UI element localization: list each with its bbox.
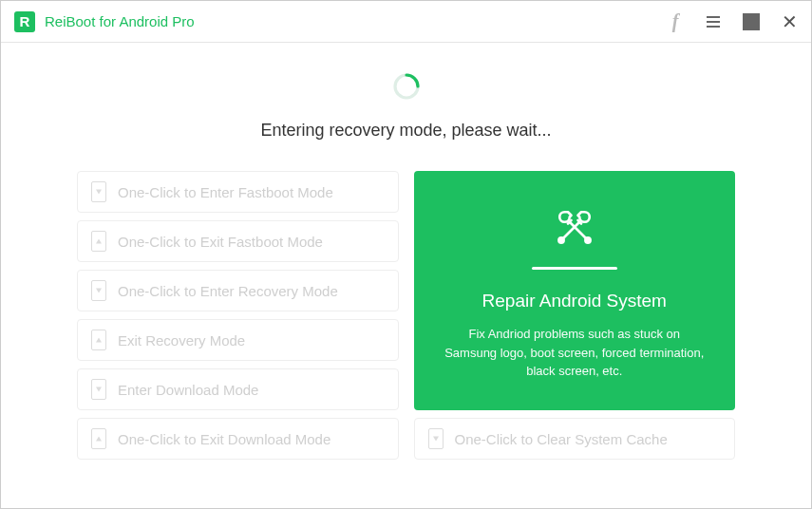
app-window: R ReiBoot for Android Pro f ✕ Entering r… bbox=[0, 0, 812, 509]
phone-clear-icon bbox=[428, 428, 444, 449]
window-controls: f ✕ bbox=[667, 13, 798, 30]
button-label: Enter Download Mode bbox=[118, 382, 258, 398]
button-label: One-Click to Exit Download Mode bbox=[118, 431, 330, 447]
repair-description: Fix Andriod problems such as stuck on Sa… bbox=[444, 325, 706, 381]
svg-point-2 bbox=[585, 238, 590, 243]
title-left: R ReiBoot for Android Pro bbox=[14, 11, 195, 32]
spinner-icon bbox=[391, 71, 422, 102]
button-label: One-Click to Enter Recovery Mode bbox=[118, 283, 338, 299]
titlebar: R ReiBoot for Android Pro f ✕ bbox=[1, 1, 811, 43]
repair-title: Repair Android System bbox=[482, 291, 667, 311]
main-grid: One-Click to Enter Fastboot Mode One-Cli… bbox=[77, 171, 735, 460]
button-label: Exit Recovery Mode bbox=[118, 332, 245, 349]
button-label: One-Click to Clear System Cache bbox=[455, 431, 668, 447]
enter-download-button[interactable]: Enter Download Mode bbox=[77, 368, 399, 410]
tools-icon bbox=[548, 200, 601, 254]
minimize-button[interactable] bbox=[743, 13, 760, 30]
menu-icon[interactable] bbox=[705, 13, 722, 30]
phone-up-icon bbox=[91, 428, 106, 449]
right-column: Repair Android System Fix Andriod proble… bbox=[414, 171, 736, 460]
content-area: Entering recovery mode, please wait... O… bbox=[1, 43, 811, 508]
svg-point-1 bbox=[558, 238, 563, 243]
button-label: One-Click to Enter Fastboot Mode bbox=[118, 184, 333, 200]
app-title: ReiBoot for Android Pro bbox=[45, 13, 195, 29]
status-section: Entering recovery mode, please wait... bbox=[77, 71, 735, 141]
phone-up-icon bbox=[91, 231, 106, 252]
exit-recovery-button[interactable]: Exit Recovery Mode bbox=[77, 319, 399, 361]
status-message: Entering recovery mode, please wait... bbox=[260, 121, 551, 141]
close-button[interactable]: ✕ bbox=[781, 13, 798, 30]
divider bbox=[532, 267, 617, 270]
phone-down-icon bbox=[91, 181, 106, 202]
button-label: One-Click to Exit Fastboot Mode bbox=[118, 234, 323, 250]
left-column: One-Click to Enter Fastboot Mode One-Cli… bbox=[77, 171, 399, 460]
repair-system-card[interactable]: Repair Android System Fix Andriod proble… bbox=[414, 171, 736, 410]
enter-fastboot-button[interactable]: One-Click to Enter Fastboot Mode bbox=[77, 171, 399, 213]
exit-download-button[interactable]: One-Click to Exit Download Mode bbox=[77, 418, 399, 460]
phone-down-icon bbox=[91, 379, 106, 400]
app-logo-icon: R bbox=[14, 11, 35, 32]
clear-cache-button[interactable]: One-Click to Clear System Cache bbox=[414, 418, 736, 460]
phone-down-icon bbox=[91, 280, 106, 301]
phone-up-icon bbox=[91, 330, 106, 350]
facebook-icon[interactable]: f bbox=[667, 13, 684, 30]
enter-recovery-button[interactable]: One-Click to Enter Recovery Mode bbox=[77, 270, 399, 311]
exit-fastboot-button[interactable]: One-Click to Exit Fastboot Mode bbox=[77, 220, 399, 262]
